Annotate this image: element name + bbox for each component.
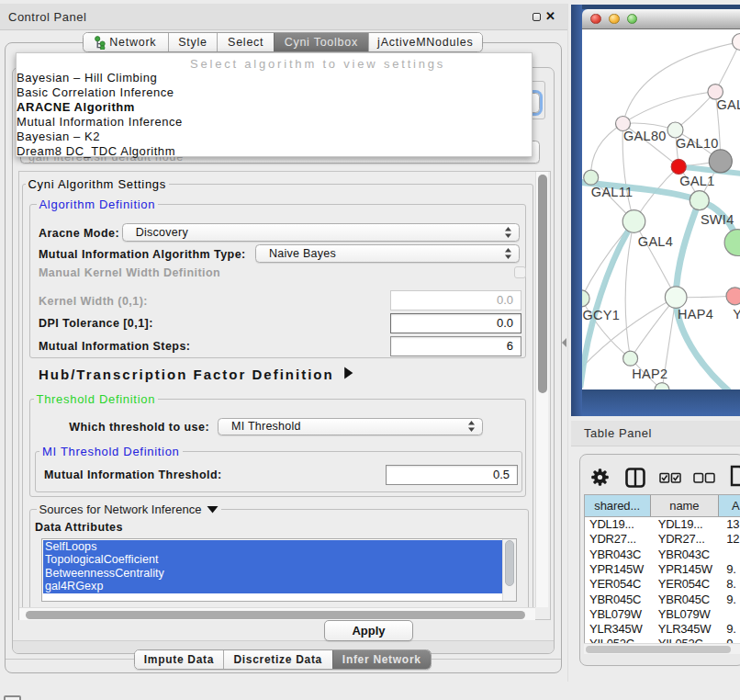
dock-panel-icon[interactable] xyxy=(4,695,21,700)
algorithm-dropdown-popup: Select algorithm to view settings Bayesi… xyxy=(16,52,533,157)
panel-collapse-arrow[interactable] xyxy=(562,338,566,347)
tab-network-label: Network xyxy=(109,36,156,49)
top-tab-bar: Network Style Select Cyni Toolbox jActiv… xyxy=(83,32,483,52)
column-header-name[interactable]: name xyxy=(651,495,719,517)
float-window-icon[interactable] xyxy=(533,13,541,21)
dpi-tolerance-field[interactable]: 0.0 xyxy=(390,313,521,333)
table-hscrollbar[interactable] xyxy=(584,643,740,654)
tab-infer-network-label: Infer Network xyxy=(342,653,421,666)
table-row[interactable]: YBL079W YBL079W xyxy=(585,607,740,622)
expand-arrow-icon[interactable] xyxy=(343,367,353,379)
kernel-width-field[interactable]: 0.0 xyxy=(390,290,521,310)
settings-hscrollbar-thumb[interactable] xyxy=(26,611,525,619)
combo-arrows-icon xyxy=(504,248,512,260)
tab-style[interactable]: Style xyxy=(168,33,218,51)
settings-vscrollbar-thumb[interactable] xyxy=(538,175,547,393)
tab-cyni-toolbox[interactable]: Cyni Toolbox xyxy=(274,33,368,51)
tab-infer-network[interactable]: Infer Network xyxy=(332,650,432,669)
node-salmon[interactable] xyxy=(726,287,740,304)
cell: 9. xyxy=(722,562,736,577)
node-red-gal1[interactable] xyxy=(671,159,686,174)
tab-discretize-data-label: Discretize Data xyxy=(233,653,322,666)
column-header-partial[interactable]: A xyxy=(719,495,740,517)
cell: YBR043C xyxy=(652,548,722,562)
mi-steps-field[interactable]: 6 xyxy=(390,336,521,356)
popup-item-dream8[interactable]: Dream8 DC_TDC Algorithm xyxy=(17,144,527,159)
popup-item-aracne[interactable]: ARACNE Algorithm xyxy=(17,100,527,115)
node-gal4[interactable] xyxy=(622,209,645,232)
manual-kernel-width-checkbox[interactable] xyxy=(514,266,527,279)
table-row[interactable]: YLR345W YLR345W 9. xyxy=(585,622,740,637)
table-row[interactable]: YDR27... YDR27... 12 xyxy=(585,532,740,547)
gear-icon[interactable] xyxy=(590,467,610,488)
network-window-titlebar[interactable] xyxy=(582,9,740,29)
node-hap2[interactable] xyxy=(622,351,637,366)
close-icon[interactable]: ✕ xyxy=(545,4,555,30)
bottom-tab-bar: Impute Data Discretize Data Infer Networ… xyxy=(134,649,432,670)
collapse-arrow-icon[interactable] xyxy=(207,505,219,514)
mi-threshold-definition-title: MI Threshold Definition xyxy=(39,446,183,457)
popup-item-basic-correlation[interactable]: Basic Correlation Inference xyxy=(17,85,527,100)
table-panel-title: Table Panel xyxy=(584,421,652,446)
minimize-traffic-light[interactable] xyxy=(609,14,620,25)
list-item-selfloops[interactable]: SelfLoops xyxy=(43,540,502,554)
mi-threshold-label: Mutual Information Threshold: xyxy=(44,469,222,481)
split-columns-icon[interactable] xyxy=(625,468,645,488)
table-hscrollbar-thumb[interactable] xyxy=(586,646,731,654)
cell: YPR145W xyxy=(652,562,722,577)
list-item-betweennesscentrality[interactable]: BetweennessCentrality xyxy=(43,567,502,581)
document-icon[interactable] xyxy=(730,465,740,487)
table-row[interactable]: YPR145W YPR145W 9. xyxy=(585,562,740,577)
desktop-bottom-band xyxy=(582,390,740,416)
settings-vscrollbar[interactable] xyxy=(535,172,548,607)
list-vscrollbar-thumb[interactable] xyxy=(505,540,514,586)
checked-boxes-icon[interactable] xyxy=(659,472,681,483)
tab-jactivemnodules[interactable]: jActiveMNodules xyxy=(368,33,482,51)
which-threshold-combobox[interactable]: MI Threshold xyxy=(218,418,483,436)
table-row[interactable]: YBR045C YBR045C 9. xyxy=(585,593,740,607)
table-row[interactable]: YDL19... YDL19... 13 xyxy=(585,517,740,532)
tab-network[interactable]: Network xyxy=(84,33,168,51)
which-threshold-label: Which threshold to use: xyxy=(56,421,209,434)
popup-item-mutual-information[interactable]: Mutual Information Inference xyxy=(17,115,527,130)
close-traffic-light[interactable] xyxy=(590,14,601,25)
cell: YDR27... xyxy=(652,532,722,547)
node-label: GCY1 xyxy=(582,308,620,322)
list-vscrollbar[interactable] xyxy=(502,539,516,601)
network-graph: GAL GAL80 GAL10 GAL1 GAL11 SWI4 GAL4 GCY… xyxy=(582,29,740,390)
tab-select[interactable]: Select xyxy=(217,33,274,51)
mi-algorithm-type-label: Mutual Information Algorithm Type: xyxy=(39,248,246,261)
list-item-topologicalcoefficient[interactable]: TopologicalCoefficient xyxy=(43,553,502,567)
tab-discretize-data[interactable]: Discretize Data xyxy=(223,650,332,669)
mi-algorithm-type-combobox[interactable]: Naive Bayes xyxy=(255,244,520,263)
unchecked-boxes-icon[interactable] xyxy=(693,472,715,483)
node-green-large[interactable] xyxy=(724,229,740,255)
apply-button[interactable]: Apply xyxy=(324,620,413,641)
popup-item-bayesian-k2[interactable]: Bayesian – K2 xyxy=(17,130,527,144)
threshold-definition-title: Threshold Definition xyxy=(34,393,159,405)
node-swi4[interactable] xyxy=(690,190,709,209)
settings-hscrollbar[interactable] xyxy=(19,607,535,620)
node-gal11[interactable] xyxy=(583,170,598,185)
network-canvas[interactable]: GAL GAL80 GAL10 GAL1 GAL11 SWI4 GAL4 GCY… xyxy=(582,29,740,390)
aracne-mode-combobox[interactable]: Discovery xyxy=(122,223,520,243)
node-label: GAL11 xyxy=(590,185,633,199)
node-gcy1[interactable] xyxy=(582,289,589,306)
table-row[interactable]: YER054C YER054C 8. xyxy=(585,577,740,592)
list-item-gal4rgexp[interactable]: gal4RGexp xyxy=(43,580,502,593)
node[interactable] xyxy=(732,33,740,50)
node-label: GAL1 xyxy=(679,174,714,188)
cell xyxy=(722,607,727,622)
mi-steps-label: Mutual Information Steps: xyxy=(39,340,190,353)
node-bottom[interactable] xyxy=(655,382,669,390)
node-selected-gray[interactable] xyxy=(709,149,732,172)
desktop-top-edge xyxy=(571,5,740,9)
cell: YPR145W xyxy=(585,562,653,577)
column-header-shared-name[interactable]: shared... xyxy=(585,495,651,517)
mi-threshold-field[interactable]: 0.5 xyxy=(386,465,519,485)
table-row[interactable]: YBR043C YBR043C xyxy=(585,548,740,562)
tab-impute-data[interactable]: Impute Data xyxy=(135,650,223,669)
popup-item-bayesian-hill-climbing[interactable]: Bayesian – Hill Climbing xyxy=(17,71,527,85)
cell xyxy=(722,548,727,562)
node-hap4[interactable] xyxy=(665,286,687,308)
